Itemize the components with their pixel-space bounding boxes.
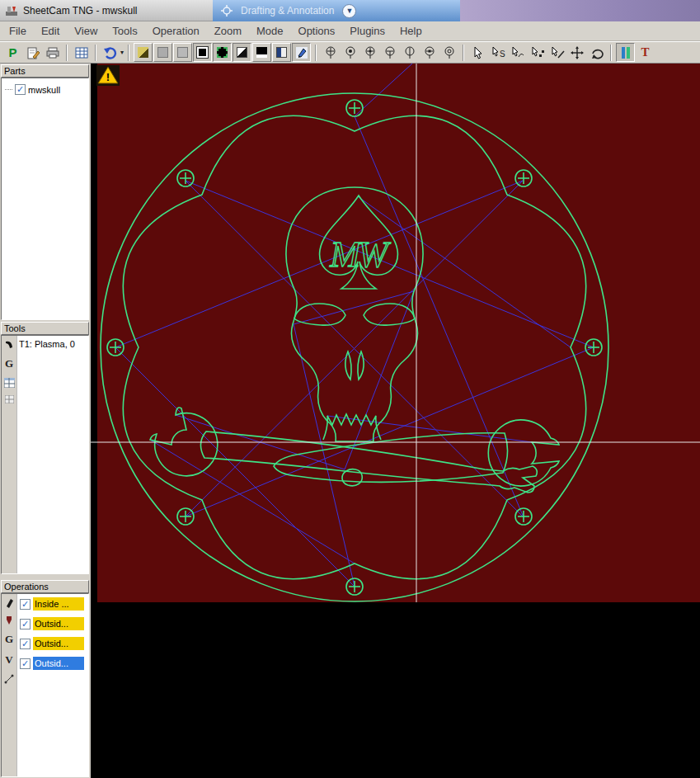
undo-button[interactable]	[101, 43, 120, 62]
operation-checkbox[interactable]	[20, 639, 31, 649]
tools-toolbar: G	[2, 336, 17, 573]
post-process-button[interactable]: P	[3, 43, 22, 62]
menu-options[interactable]: Options	[291, 21, 343, 41]
path-marker-button-5[interactable]	[400, 43, 419, 62]
move-arrows-icon	[571, 46, 584, 59]
bolt-hole[interactable]	[515, 170, 532, 186]
simulate-button[interactable]	[616, 43, 635, 62]
operation-row[interactable]: Inside ...	[17, 594, 88, 614]
plasma-cut-icon[interactable]	[4, 615, 14, 625]
show-plot-toggle[interactable]	[292, 43, 311, 62]
drill-icon[interactable]	[4, 597, 14, 608]
operation-label[interactable]: Inside ...	[33, 597, 84, 611]
tool-tip-icon[interactable]	[4, 339, 15, 350]
show-cut-side-toggle[interactable]	[233, 43, 251, 62]
menu-tools[interactable]: Tools	[105, 21, 144, 41]
operation-label[interactable]: Outsid...	[33, 637, 84, 650]
tool-row[interactable]: T1: Plasma, 0	[19, 339, 75, 349]
measure-icon[interactable]	[4, 674, 14, 684]
bolt-hole[interactable]	[346, 100, 363, 116]
grid-table-icon	[75, 47, 88, 59]
operation-row[interactable]: Outsid...	[17, 634, 88, 653]
select-snap-button[interactable]: S	[488, 43, 507, 62]
show-part-toggle[interactable]	[134, 43, 153, 62]
part-checkbox[interactable]	[15, 84, 26, 95]
operations-panel-header[interactable]: Operations	[1, 580, 89, 593]
operation-checkbox[interactable]	[20, 658, 31, 669]
tool-table-icon[interactable]	[4, 378, 15, 388]
bolt-hole[interactable]	[177, 508, 194, 525]
tool-table-small-icon[interactable]	[5, 395, 14, 403]
path-marker-button-3[interactable]	[360, 43, 379, 62]
background-window-titlebar[interactable]: Drafting & Annotation ▼	[213, 0, 460, 21]
menu-help[interactable]: Help	[392, 21, 430, 41]
show-material-toggle[interactable]	[153, 43, 172, 62]
text-tool-button[interactable]: T	[636, 43, 655, 62]
tree-guide	[5, 89, 12, 90]
paths-view-icon	[276, 47, 287, 58]
menu-plugins[interactable]: Plugins	[342, 21, 392, 41]
job-options-button[interactable]	[72, 43, 91, 62]
bolt-hole[interactable]	[585, 339, 602, 356]
part-row-mwskull[interactable]: mwskull	[2, 78, 88, 95]
show-paths-toggle[interactable]	[272, 43, 291, 62]
path-marker-button-4[interactable]	[380, 43, 399, 62]
circle-cross-pin-icon	[343, 45, 358, 60]
operation-label[interactable]: Outsid...	[33, 617, 84, 630]
gcode-icon[interactable]: G	[5, 633, 13, 646]
operation-checkbox[interactable]	[20, 619, 31, 629]
path-marker-button-2[interactable]	[341, 43, 359, 62]
bolt-hole[interactable]	[346, 578, 363, 595]
operations-panel: G V Inside ... Outsid... Outsid...	[1, 593, 89, 777]
gear-icon	[221, 5, 233, 17]
gcode-icon[interactable]: G	[5, 357, 13, 370]
operation-row[interactable]: Outsid...	[17, 614, 88, 634]
bolt-hole[interactable]	[515, 508, 532, 525]
select-node-button[interactable]	[528, 43, 547, 62]
warning-icon[interactable]: !	[96, 65, 120, 86]
menu-file[interactable]: File	[2, 21, 34, 41]
menu-view[interactable]: View	[67, 21, 105, 41]
app-title-bar[interactable]: SheetCam TNG - mwskull	[0, 0, 213, 21]
path-marker-button-1[interactable]	[321, 43, 340, 62]
show-machine-toggle[interactable]	[173, 43, 192, 62]
tools-panel-header[interactable]: Tools	[1, 322, 89, 335]
menu-zoom[interactable]: Zoom	[207, 21, 249, 41]
cursor-s-icon: S	[491, 46, 505, 59]
operation-checkbox[interactable]	[20, 599, 31, 610]
select-pointer-button[interactable]	[468, 43, 487, 62]
operation-label[interactable]: Outsid...	[33, 657, 84, 670]
menu-operation[interactable]: Operation	[145, 21, 207, 41]
operations-list: Inside ... Outsid... Outsid... Outsid...	[17, 594, 88, 673]
undo-dropdown[interactable]: ▾	[120, 49, 124, 56]
path-marker-button-7[interactable]	[439, 43, 458, 62]
drawing-canvas[interactable]: MW	[91, 64, 700, 778]
vgroove-icon[interactable]: V	[5, 653, 12, 667]
simulate-icon	[620, 46, 632, 59]
canvas-viewport[interactable]: MW	[91, 64, 700, 778]
show-grid-toggle[interactable]	[213, 43, 232, 62]
toolbar-separator	[95, 45, 96, 61]
show-rapids-toggle[interactable]	[252, 43, 271, 62]
edit-post-button[interactable]	[23, 43, 42, 62]
part-engrave-text[interactable]: MW	[329, 234, 391, 275]
print-button[interactable]	[43, 43, 62, 62]
bolt-hole[interactable]	[177, 170, 194, 186]
circle-cross-pin-icon	[442, 45, 457, 60]
path-marker-button-6[interactable]	[420, 43, 439, 62]
menu-edit[interactable]: Edit	[34, 21, 67, 41]
select-contour-button[interactable]	[508, 43, 527, 62]
parts-panel-header[interactable]: Parts	[1, 64, 89, 78]
toolbar-separator	[315, 45, 317, 61]
bolt-hole[interactable]	[107, 339, 124, 356]
toolbar-separator	[610, 45, 612, 61]
toolbar-separator	[463, 45, 464, 61]
operation-row-selected[interactable]: Outsid...	[17, 653, 88, 673]
rotate-button[interactable]	[587, 43, 606, 62]
show-work-area-toggle[interactable]	[193, 43, 212, 62]
menu-mode[interactable]: Mode	[249, 21, 291, 41]
select-segment-button[interactable]	[547, 43, 566, 62]
workspace-label: Drafting & Annotation	[241, 5, 334, 17]
pan-move-button[interactable]	[567, 43, 586, 62]
workspace-dropdown-button[interactable]: ▼	[342, 4, 356, 18]
